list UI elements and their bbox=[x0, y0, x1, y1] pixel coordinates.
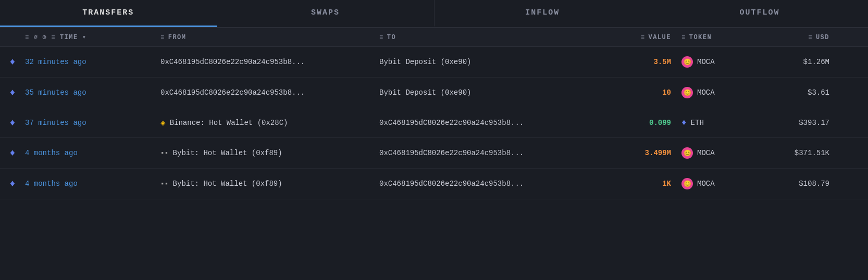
filter-to-icon[interactable]: ≡ bbox=[379, 34, 384, 41]
usd-value: $3.61 bbox=[808, 88, 829, 97]
ethereum-chain-icon: ♦ bbox=[0, 148, 25, 158]
tab-inflow[interactable]: INFLOW bbox=[435, 0, 652, 27]
bybit-icon: ▪▪ bbox=[160, 180, 169, 188]
filter-from-icon[interactable]: ≡ bbox=[160, 34, 165, 41]
usd-value: $1.26M bbox=[803, 58, 829, 66]
tab-bar: TRANSFERS SWAPS INFLOW OUTFLOW bbox=[0, 0, 868, 28]
sort-icon[interactable]: ▾ bbox=[82, 33, 87, 41]
filter-token-icon[interactable]: ≡ bbox=[681, 34, 686, 41]
value-label: VALUE bbox=[648, 34, 671, 41]
table-row: ♦ 35 minutes ago 0xC468195dC8026e22c90a2… bbox=[0, 78, 868, 108]
moca-token-icon: 😊 bbox=[681, 56, 693, 68]
to-label: TO bbox=[387, 34, 396, 41]
tab-swaps[interactable]: SWAPS bbox=[217, 0, 435, 27]
col-header-usd: ≡ USD bbox=[754, 34, 838, 41]
time-value[interactable]: 32 minutes ago bbox=[25, 58, 86, 66]
filter-usd-icon[interactable]: ≡ bbox=[808, 34, 813, 41]
table-row: ♦ 4 months ago ▪▪ Bybit: Hot Wallet (0xf… bbox=[0, 138, 868, 169]
table-body: ♦ 32 minutes ago 0xC468195dC8026e22c90a2… bbox=[0, 47, 868, 199]
moca-token-icon: 😊 bbox=[681, 147, 693, 159]
from-address[interactable]: Bybit: Hot Wallet (0xf89) bbox=[173, 149, 282, 157]
filter-icon-2[interactable]: ≡ bbox=[51, 34, 56, 41]
col-header-time: ≡ ⌀ ⊙ ≡ TIME ▾ bbox=[25, 33, 160, 41]
col-header-to: ≡ TO bbox=[379, 34, 598, 41]
table-row: ♦ 4 months ago ▪▪ Bybit: Hot Wallet (0xf… bbox=[0, 169, 868, 199]
time-value[interactable]: 4 months ago bbox=[25, 149, 78, 157]
table-row: ♦ 32 minutes ago 0xC468195dC8026e22c90a2… bbox=[0, 47, 868, 78]
table-header: ≡ ⌀ ⊙ ≡ TIME ▾ ≡ FROM ≡ TO ≡ VALUE ≡ TOK… bbox=[0, 28, 868, 47]
token-name[interactable]: MOCA bbox=[697, 88, 715, 97]
col-header-from: ≡ FROM bbox=[160, 34, 379, 41]
transfer-value: 3.5M bbox=[653, 58, 671, 66]
col-header-value: ≡ VALUE bbox=[598, 34, 671, 41]
from-address[interactable]: Bybit: Hot Wallet (0xf89) bbox=[173, 180, 282, 188]
usd-value: $393.17 bbox=[799, 119, 829, 127]
bybit-icon: ▪▪ bbox=[160, 149, 169, 157]
moca-token-icon: 😊 bbox=[681, 178, 693, 189]
clock-icon: ⊙ bbox=[42, 33, 47, 41]
time-value[interactable]: 4 months ago bbox=[25, 180, 78, 188]
to-address[interactable]: 0xC468195dC8026e22c90a24c953b8... bbox=[379, 119, 524, 127]
usd-value: $108.79 bbox=[799, 180, 829, 188]
to-address[interactable]: 0xC468195dC8026e22c90a24c953b8... bbox=[379, 149, 524, 157]
moca-token-icon: 😊 bbox=[681, 87, 693, 98]
time-value[interactable]: 37 minutes ago bbox=[25, 119, 86, 127]
from-address[interactable]: 0xC468195dC8026e22c90a24c953b8... bbox=[160, 58, 305, 66]
to-address[interactable]: Bybit Deposit (0xe90) bbox=[379, 58, 471, 66]
link-icon: ⌀ bbox=[34, 33, 39, 41]
filter-value-icon[interactable]: ≡ bbox=[641, 34, 646, 41]
col-header-token: ≡ TOKEN bbox=[671, 34, 754, 41]
ethereum-chain-icon: ♦ bbox=[0, 87, 25, 98]
ethereum-chain-icon: ♦ bbox=[0, 118, 25, 128]
transfer-value: 3.499M bbox=[645, 149, 671, 157]
ethereum-chain-icon: ♦ bbox=[0, 179, 25, 189]
time-label: TIME bbox=[60, 34, 78, 41]
usd-value: $371.51K bbox=[795, 149, 829, 157]
transfer-value: 0.099 bbox=[649, 119, 671, 127]
token-name[interactable]: ETH bbox=[691, 119, 704, 127]
token-name[interactable]: MOCA bbox=[697, 58, 715, 66]
from-address[interactable]: Binance: Hot Wallet (0x28C) bbox=[170, 119, 288, 127]
transfer-value: 10 bbox=[662, 88, 671, 97]
transfer-value: 1K bbox=[662, 180, 671, 188]
time-value[interactable]: 35 minutes ago bbox=[25, 88, 86, 97]
to-address[interactable]: 0xC468195dC8026e22c90a24c953b8... bbox=[379, 180, 524, 188]
table-row: ♦ 37 minutes ago ◈ Binance: Hot Wallet (… bbox=[0, 108, 868, 138]
token-label: TOKEN bbox=[689, 34, 712, 41]
tab-transfers[interactable]: TRANSFERS bbox=[0, 0, 217, 27]
from-address[interactable]: 0xC468195dC8026e22c90a24c953b8... bbox=[160, 88, 305, 97]
filter-icon-1[interactable]: ≡ bbox=[25, 34, 30, 41]
to-address[interactable]: Bybit Deposit (0xe90) bbox=[379, 88, 471, 97]
ethereum-chain-icon: ♦ bbox=[0, 57, 25, 67]
token-name[interactable]: MOCA bbox=[697, 149, 715, 157]
from-label: FROM bbox=[168, 34, 187, 41]
usd-label: USD bbox=[816, 34, 829, 41]
tab-outflow[interactable]: OUTFLOW bbox=[651, 0, 868, 27]
binance-icon: ◈ bbox=[160, 118, 166, 128]
eth-token-icon: ♦ bbox=[681, 118, 687, 128]
token-name[interactable]: MOCA bbox=[697, 180, 715, 188]
